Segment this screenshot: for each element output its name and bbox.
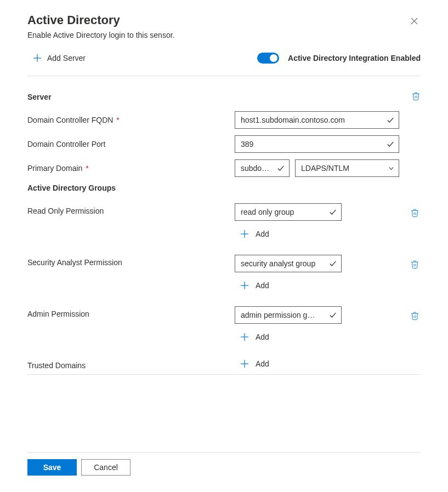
admin-group-value: admin permission g…: [241, 311, 315, 319]
integration-toggle-label: Active Directory Integration Enabled: [288, 54, 421, 62]
close-button[interactable]: [408, 15, 421, 29]
plus-icon: [240, 230, 249, 238]
save-button[interactable]: Save: [27, 459, 77, 476]
admin-group-input[interactable]: admin permission g…: [235, 306, 342, 324]
integration-toggle[interactable]: [257, 53, 279, 64]
add-server-label: Add Server: [47, 54, 86, 62]
admin-label: Admin Permission: [27, 306, 235, 318]
plus-icon: [33, 54, 42, 62]
server-section-title: Server: [27, 93, 52, 101]
primary-domain-value: subdo…: [241, 164, 269, 173]
fqdn-label: Domain Controller FQDN: [27, 116, 113, 124]
port-value: 389: [241, 140, 253, 148]
security-analyst-label: Security Analyst Permission: [27, 255, 235, 267]
add-admin-group-button[interactable]: Add: [235, 333, 421, 341]
page-title: Active Directory: [27, 13, 174, 27]
add-label: Add: [256, 333, 269, 341]
delete-security-analyst-group-button[interactable]: [410, 260, 419, 271]
add-label: Add: [256, 359, 269, 368]
check-icon: [329, 208, 337, 216]
port-label: Domain Controller Port: [27, 140, 105, 148]
chevron-down-icon: [388, 165, 394, 171]
close-icon: [410, 16, 418, 27]
auth-method-select[interactable]: LDAPS/NTLM: [295, 159, 399, 177]
check-icon: [329, 311, 337, 319]
read-only-group-value: read only group: [241, 208, 294, 216]
delete-read-only-group-button[interactable]: [410, 208, 419, 219]
cancel-button[interactable]: Cancel: [81, 459, 131, 476]
add-label: Add: [256, 230, 269, 238]
plus-icon: [240, 333, 249, 341]
trusted-domains-label: Trusted Domains: [27, 358, 235, 370]
primary-domain-input[interactable]: subdo…: [235, 159, 290, 177]
security-analyst-group-input[interactable]: security analyst group: [235, 255, 342, 272]
check-icon: [387, 140, 394, 148]
fqdn-input[interactable]: host1.subdomain.contoso.com: [235, 111, 399, 129]
delete-admin-group-button[interactable]: [410, 311, 419, 322]
trash-icon: [410, 311, 419, 322]
check-icon: [387, 116, 394, 124]
trash-icon: [411, 91, 421, 102]
add-read-only-group-button[interactable]: Add: [235, 230, 421, 238]
read-only-label: Read Only Permission: [27, 203, 235, 215]
add-label: Add: [256, 281, 269, 290]
required-indicator: *: [86, 164, 88, 173]
read-only-group-input[interactable]: read only group: [235, 203, 342, 221]
plus-icon: [240, 359, 249, 368]
check-icon: [329, 260, 337, 267]
port-input[interactable]: 389: [235, 135, 399, 153]
groups-section-title: Active Directory Groups: [27, 184, 421, 192]
primary-domain-label: Primary Domain: [27, 164, 82, 173]
add-server-button[interactable]: Add Server: [27, 54, 86, 62]
add-security-analyst-group-button[interactable]: Add: [235, 281, 421, 290]
delete-server-button[interactable]: [411, 91, 421, 102]
fqdn-value: host1.subdomain.contoso.com: [241, 116, 345, 124]
page-subtitle: Enable Active Directory login to this se…: [27, 31, 174, 39]
add-trusted-domain-button[interactable]: Add: [235, 359, 342, 368]
check-icon: [277, 164, 285, 172]
plus-icon: [240, 281, 249, 290]
security-analyst-group-value: security analyst group: [241, 259, 315, 268]
required-indicator: *: [116, 116, 119, 124]
trash-icon: [410, 260, 419, 271]
auth-method-value: LDAPS/NTLM: [301, 164, 349, 173]
trash-icon: [410, 208, 419, 219]
